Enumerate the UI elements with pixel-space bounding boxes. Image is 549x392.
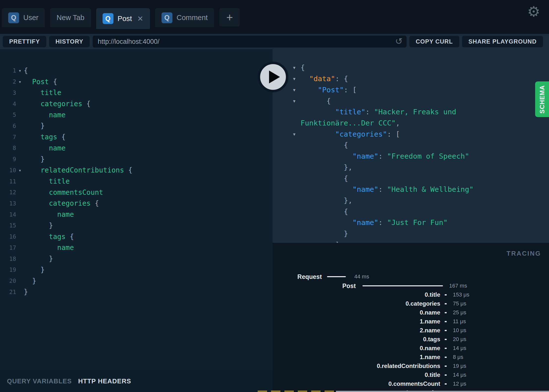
- query-code: {: [24, 67, 28, 75]
- new-tab-button[interactable]: +: [219, 8, 240, 26]
- line-number: 1: [0, 67, 16, 74]
- line-number: 12: [0, 189, 16, 196]
- code-token: "name": [353, 152, 379, 160]
- dash-icon: [445, 294, 447, 295]
- line-number: 10: [0, 167, 16, 173]
- share-playground-button[interactable]: SHARE PLAYGROUND: [462, 36, 543, 47]
- query-line-15[interactable]: 15 }: [0, 220, 273, 231]
- tab-user[interactable]: QUser: [2, 8, 45, 27]
- query-code: }: [24, 255, 53, 263]
- line-number: 13: [0, 200, 16, 207]
- query-line-20[interactable]: 20 }: [0, 275, 273, 287]
- code-token: }: [40, 122, 45, 130]
- query-line-16[interactable]: 16 tags {: [0, 231, 273, 242]
- response-line-12: "name": "Health & Wellbeing": [273, 184, 549, 195]
- tab-new-tab[interactable]: New Tab: [50, 8, 91, 27]
- query-line-1[interactable]: 1▾{: [0, 65, 273, 76]
- query-code: name: [24, 144, 66, 152]
- execute-play-button[interactable]: [258, 62, 288, 92]
- query-line-19[interactable]: 19 }: [0, 264, 273, 275]
- line-number: 8: [0, 145, 16, 151]
- response-line-14: {: [273, 206, 549, 217]
- fold-arrow-icon[interactable]: ▾: [293, 65, 296, 71]
- query-line-4[interactable]: 4 categories {: [0, 98, 273, 109]
- query-badge-icon: Q: [103, 13, 113, 24]
- tracing-field-row-0-tags: 0.tags20 μs: [273, 336, 549, 343]
- response-line-3: ▾ "Post": [: [273, 84, 549, 95]
- tracing-field-value: 20 μs: [453, 336, 466, 343]
- query-code: }: [24, 266, 45, 274]
- play-triangle-icon: [269, 71, 280, 83]
- tracing-field-row-1-name: 1.name8 μs: [273, 353, 549, 361]
- query-line-2[interactable]: 2▾ Post {: [0, 76, 273, 87]
- tab-label: Post: [118, 15, 132, 23]
- close-icon[interactable]: ✕: [137, 14, 143, 23]
- query-line-21[interactable]: 21}: [0, 286, 273, 297]
- code-token: "data": [309, 74, 335, 83]
- tracing-field-label: 1.name: [273, 318, 440, 325]
- tracing-field-value: 14 μs: [453, 345, 466, 351]
- http-headers-toggle[interactable]: HTTP HEADERS: [78, 377, 131, 385]
- code-token: tags: [49, 233, 65, 241]
- prettify-button[interactable]: PRETTIFY: [3, 36, 46, 47]
- code-token: {: [49, 78, 57, 86]
- fold-arrow-icon[interactable]: ▾: [293, 87, 296, 93]
- reload-icon[interactable]: ↺: [395, 36, 403, 47]
- fold-arrow-icon[interactable]: ▾: [16, 68, 24, 73]
- code-token: {: [82, 100, 91, 108]
- code-token: "Just For Fun": [387, 218, 447, 227]
- graphql-playground-window: QUserNew TabQPost✕QComment+ ⚙ PRETTIFY H…: [0, 0, 549, 392]
- code-token: {: [327, 97, 331, 105]
- code-token: : [: [387, 130, 400, 138]
- code-token: "title": [335, 108, 365, 116]
- horizontal-scrollbar[interactable]: [336, 391, 549, 392]
- query-variables-toggle[interactable]: QUERY VARIABLES: [7, 377, 72, 385]
- response-line-5: "title": "Hacker, Freaks und: [273, 106, 549, 118]
- query-line-11[interactable]: 11 title: [0, 176, 273, 187]
- code-token: "Hacker, Freaks und: [374, 108, 456, 116]
- query-line-17[interactable]: 17 name: [0, 242, 273, 253]
- fold-arrow-icon[interactable]: ▾: [16, 168, 24, 173]
- fold-arrow-icon[interactable]: ▾: [16, 79, 24, 84]
- query-line-13[interactable]: 13 categories {: [0, 198, 273, 209]
- line-number: 17: [0, 245, 16, 251]
- query-line-12[interactable]: 12 commentsCount: [0, 187, 273, 198]
- tracing-panel[interactable]: TRACING Request44 msPost167 ms0.title153…: [273, 243, 549, 392]
- response-line-6: Funktionäre...Der CCC",: [273, 118, 549, 129]
- line-number: 9: [0, 156, 16, 162]
- query-code: }: [24, 155, 45, 163]
- tracing-span-label: Post: [273, 282, 356, 290]
- query-editor[interactable]: 1▾{2▾ Post {3 title4 categories {5 name6…: [0, 49, 273, 370]
- tab-label: New Tab: [56, 14, 84, 22]
- query-line-18[interactable]: 18 }: [0, 253, 273, 264]
- response-line-13: },: [273, 195, 549, 206]
- code-token: :: [378, 185, 387, 194]
- dash-icon: [445, 330, 447, 331]
- settings-gear-icon[interactable]: ⚙: [527, 4, 540, 19]
- query-line-6[interactable]: 6 }: [0, 121, 273, 132]
- copy-curl-button[interactable]: COPY CURL: [409, 36, 459, 47]
- endpoint-url-input[interactable]: [93, 36, 407, 48]
- query-line-8[interactable]: 8 name: [0, 143, 273, 154]
- query-line-9[interactable]: 9 }: [0, 154, 273, 165]
- code-token: }: [40, 155, 45, 163]
- tab-post[interactable]: QPost✕: [96, 8, 150, 29]
- response-line-2: ▾ "data": {: [273, 73, 549, 84]
- tracing-field-label: 0.title: [273, 371, 440, 378]
- schema-tab-button[interactable]: SCHEMA: [535, 81, 549, 117]
- query-line-3[interactable]: 3 title: [0, 87, 273, 98]
- fold-arrow-icon[interactable]: ▾: [293, 98, 296, 104]
- query-line-5[interactable]: 5 name: [0, 109, 273, 121]
- query-line-14[interactable]: 14 name: [0, 209, 273, 220]
- query-line-7[interactable]: 7 tags {: [0, 131, 273, 143]
- fold-arrow-icon[interactable]: ▾: [293, 131, 296, 137]
- tab-comment[interactable]: QComment: [155, 8, 214, 27]
- dash-icon: [445, 366, 447, 367]
- line-number: 21: [0, 289, 16, 295]
- fold-arrow-icon[interactable]: ▾: [293, 76, 296, 82]
- query-line-10[interactable]: 10▾ relatedContributions {: [0, 165, 273, 176]
- history-button[interactable]: HISTORY: [49, 36, 90, 47]
- code-token: categories: [40, 100, 82, 108]
- tracing-field-value: 12 μs: [453, 381, 466, 387]
- tracing-field-row-0-commentscount: 0.commentsCount12 μs: [273, 380, 549, 388]
